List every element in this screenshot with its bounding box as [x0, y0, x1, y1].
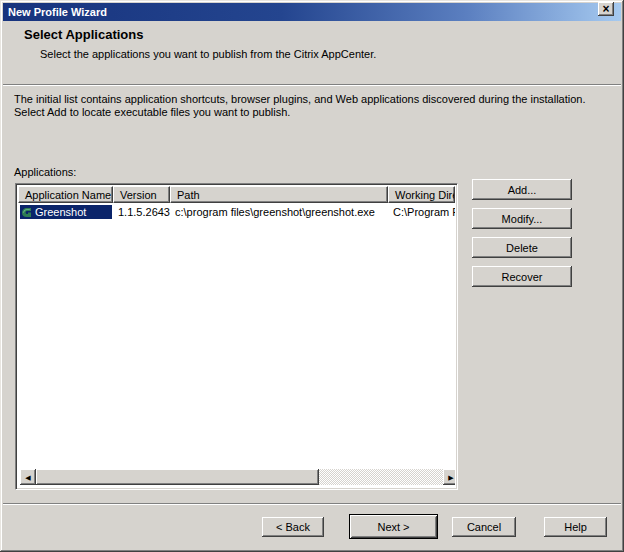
- scrollbar-track[interactable]: [319, 469, 443, 485]
- cancel-button[interactable]: Cancel: [452, 517, 516, 537]
- page-subtitle: Select the applications you want to publ…: [40, 48, 376, 60]
- scroll-left-icon: ◀: [25, 474, 30, 481]
- scrollbar-thumb[interactable]: [36, 469, 319, 485]
- scroll-right-button[interactable]: ▶: [443, 469, 455, 485]
- intro-text: The initial list contains application sh…: [14, 93, 616, 119]
- next-button[interactable]: Next >: [349, 514, 438, 539]
- applications-list: Application Name Version Path Working Di…: [15, 183, 458, 490]
- greenshot-icon: [21, 207, 32, 218]
- working-directory-cell: C:\Program File: [388, 206, 455, 218]
- list-header: Application Name Version Path Working Di…: [18, 186, 455, 203]
- column-header-version[interactable]: Version: [113, 186, 170, 203]
- recover-button[interactable]: Recover: [472, 266, 572, 287]
- column-header-working-directory[interactable]: Working Directo: [388, 186, 455, 203]
- modify-button[interactable]: Modify...: [472, 208, 572, 229]
- footer-divider: [3, 503, 621, 505]
- table-row[interactable]: Greenshot 1.1.5.2643 c:\program files\gr…: [18, 204, 455, 220]
- page-title: Select Applications: [24, 27, 143, 42]
- wizard-dialog: New Profile Wizard × Select Applications…: [0, 0, 624, 552]
- close-button[interactable]: ×: [598, 2, 614, 16]
- version-cell: 1.1.5.2643: [113, 206, 170, 218]
- close-icon: ×: [602, 4, 609, 14]
- application-name: Greenshot: [35, 206, 86, 218]
- column-header-path[interactable]: Path: [170, 186, 388, 203]
- scroll-left-button[interactable]: ◀: [20, 469, 36, 485]
- window-title: New Profile Wizard: [8, 6, 107, 18]
- column-header-application-name[interactable]: Application Name: [18, 186, 113, 203]
- back-button[interactable]: < Back: [262, 517, 324, 537]
- horizontal-scrollbar[interactable]: ◀ ▶: [20, 469, 455, 485]
- header-divider: [3, 84, 621, 86]
- title-bar[interactable]: New Profile Wizard: [3, 3, 621, 21]
- applications-list-viewport: Application Name Version Path Working Di…: [18, 186, 455, 487]
- selected-application: Greenshot: [20, 205, 112, 219]
- applications-label: Applications:: [14, 166, 76, 178]
- help-button[interactable]: Help: [544, 517, 607, 537]
- scroll-right-icon: ▶: [448, 474, 453, 481]
- intro-line-1: The initial list contains application sh…: [14, 93, 616, 106]
- delete-button[interactable]: Delete: [472, 237, 572, 258]
- intro-line-2: Select Add to locate executable files yo…: [14, 106, 616, 119]
- path-cell: c:\program files\greenshot\greenshot.exe: [170, 206, 388, 218]
- application-name-cell: Greenshot: [18, 205, 113, 219]
- add-button[interactable]: Add...: [472, 179, 572, 200]
